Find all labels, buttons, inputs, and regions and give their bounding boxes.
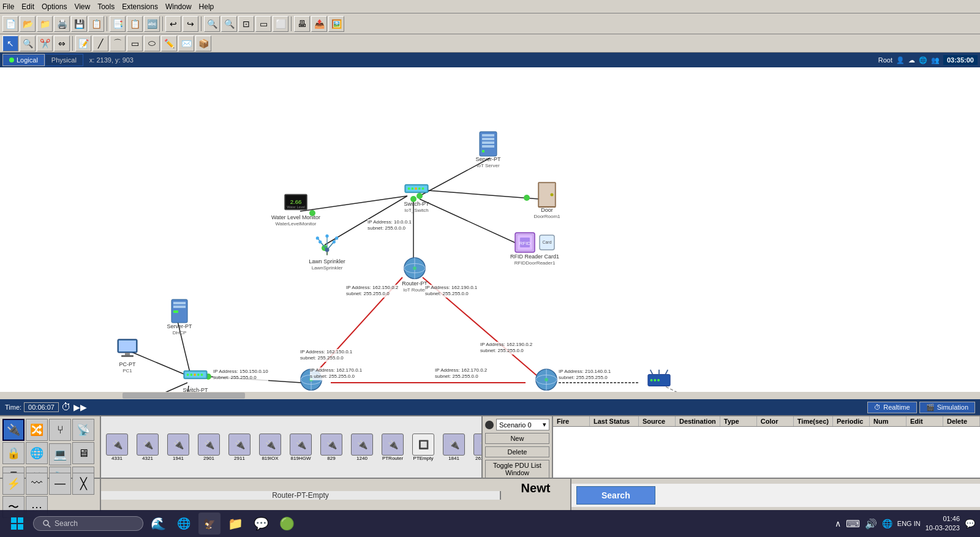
taskbar-app-file-explorer[interactable]: 🌊 xyxy=(147,513,169,535)
coords-display: x: 2139, y: 903 xyxy=(89,56,134,64)
node-switch-iot[interactable]: Switch-PT IoT_Switch xyxy=(395,176,438,213)
conn-console-btn[interactable]: 〰 xyxy=(26,473,48,495)
curve-btn[interactable]: ⌒ xyxy=(110,36,126,51)
simulation-btn[interactable]: 🎬 Simulation xyxy=(919,402,975,413)
print2-btn[interactable]: 🖶 xyxy=(294,16,310,32)
tab-physical[interactable]: Physical xyxy=(45,54,83,66)
move-btn[interactable]: ✂️ xyxy=(37,36,53,51)
image-btn[interactable]: 🖼️ xyxy=(328,16,344,32)
speaker-icon[interactable]: 🔊 xyxy=(865,518,877,530)
email-btn[interactable]: ✉️ xyxy=(178,36,194,51)
device-scroll[interactable]: 🔌 4331 🔌 4321 🔌 1941 🔌 2901 🔌 291 xyxy=(101,416,483,478)
fullscreen-btn[interactable]: ⬜ xyxy=(273,16,288,32)
resize-btn[interactable]: ⇔ xyxy=(54,36,70,51)
zoom-in-btn[interactable]: 🔍 xyxy=(204,16,220,32)
server-type-btn[interactable]: 🖥 xyxy=(72,442,94,464)
toggle-pdu-btn[interactable]: Toggle PDU List Window xyxy=(485,460,549,478)
device-1941[interactable]: 🔌 1941 xyxy=(165,434,192,461)
play-btn[interactable]: ▶▶ xyxy=(74,402,87,412)
taskbar-app-cisco[interactable]: 🦅 xyxy=(198,513,221,535)
search-bar[interactable]: Search xyxy=(33,516,143,531)
select-btn[interactable]: ↖ xyxy=(2,36,18,51)
device-829[interactable]: 🔌 829 xyxy=(318,434,345,461)
line-btn[interactable]: ╱ xyxy=(92,36,108,51)
conn-cross-btn[interactable]: ╳ xyxy=(72,473,94,495)
device-819hgw[interactable]: 🔌 819HGW xyxy=(287,434,314,461)
menu-window[interactable]: Window xyxy=(165,2,192,11)
menu-tools[interactable]: Tools xyxy=(97,2,115,11)
new-btn[interactable]: 📄 xyxy=(2,16,18,32)
device-1841[interactable]: 🔌 1841 xyxy=(440,434,467,461)
taskbar-app-folder[interactable]: 📁 xyxy=(224,513,246,535)
switch-type-btn[interactable]: 🔀 xyxy=(26,419,48,441)
notification-icon[interactable]: 💬 xyxy=(965,519,975,528)
rect-btn[interactable]: ▭ xyxy=(127,36,143,51)
device-2901[interactable]: 🔌 2901 xyxy=(195,434,222,461)
new-scenario-btn[interactable]: New xyxy=(485,433,549,444)
zoom-custom-btn[interactable]: ▭ xyxy=(255,16,271,32)
font-btn[interactable]: 🔤 xyxy=(144,16,160,32)
realtime-btn[interactable]: ⏱ Realtime xyxy=(867,402,916,413)
pdu-btn[interactable]: 📦 xyxy=(195,36,211,51)
network-canvas[interactable]: Server-PT IoT Server Switch-PT IoT_Switc… xyxy=(0,67,980,399)
zoom-out-btn[interactable]: 🔍 xyxy=(221,16,237,32)
node-server-iot[interactable]: Server-PT IoT Server xyxy=(467,132,510,168)
network-status-icon[interactable]: 🌐 xyxy=(882,519,892,528)
realtime-clock-btn[interactable]: ⏱ xyxy=(61,402,71,413)
print-btn[interactable]: 🖨️ xyxy=(54,16,70,32)
node-sprinkler[interactable]: Lawn Sprinkler LawnSprinkler xyxy=(303,234,352,271)
pc-type-btn[interactable]: 💻 xyxy=(49,443,71,465)
device-ptrouter[interactable]: 🔌 PTRouter xyxy=(379,434,406,461)
device-2620xm[interactable]: 🔌 2620XM xyxy=(471,434,483,461)
taskbar-app-browser[interactable]: 🌐 xyxy=(173,513,195,535)
export-btn[interactable]: 📤 xyxy=(311,16,327,32)
activity-btn[interactable]: 📋 xyxy=(88,16,104,32)
device-2911[interactable]: 🔌 2911 xyxy=(226,434,253,461)
hub-type-btn[interactable]: ⑂ xyxy=(49,419,71,441)
zoom-fit-btn[interactable]: ⊡ xyxy=(238,16,254,32)
wireless-type-btn[interactable]: 📡 xyxy=(72,419,94,441)
device-ptempty[interactable]: 🔲 PTEmpty xyxy=(410,434,437,461)
tab-logical[interactable]: Logical xyxy=(2,54,45,66)
open2-btn[interactable]: 📁 xyxy=(37,16,53,32)
open-btn[interactable]: 📂 xyxy=(20,16,36,32)
menu-extensions[interactable]: Extensions xyxy=(122,2,158,11)
node-rfid[interactable]: RFID Card RFID Reader Card1 RFIDDoorRead… xyxy=(507,231,562,266)
paste-btn[interactable]: 📋 xyxy=(127,16,143,32)
taskbar-app-whatsapp[interactable]: 💬 xyxy=(250,513,272,535)
scenario-select[interactable]: Scenario 0 ▾ xyxy=(496,419,549,430)
start-btn[interactable] xyxy=(5,511,29,536)
canvas-scrollbar-h[interactable] xyxy=(0,392,980,399)
node-door[interactable]: Door DoorRoom1 xyxy=(526,182,568,219)
device-1240[interactable]: 🔌 1240 xyxy=(349,434,375,461)
node-pc1[interactable]: PC-PT PC1 xyxy=(106,337,149,374)
ellipse-btn[interactable]: ⬭ xyxy=(144,36,160,51)
taskbar-app-misc[interactable]: 🟢 xyxy=(276,513,298,535)
security-type-btn[interactable]: 🔒 xyxy=(2,442,24,464)
wan-type-btn[interactable]: 🌐 xyxy=(26,442,48,464)
chevron-up-icon[interactable]: ∧ xyxy=(835,519,841,528)
ip-campus-campus: IP Address: 162.170.0.1s ubnet: 255.255.… xyxy=(310,367,362,380)
router-type-btn[interactable]: 🔌 xyxy=(2,419,24,441)
device-819iox[interactable]: 🔌 819IOX xyxy=(257,434,284,461)
device-4331[interactable]: 🔌 4331 xyxy=(104,434,130,461)
menu-help[interactable]: Help xyxy=(199,2,214,11)
undo-btn[interactable]: ↩ xyxy=(165,16,181,32)
delete-scenario-btn[interactable]: Delete xyxy=(485,446,549,457)
menu-options[interactable]: Options xyxy=(42,2,67,11)
save-btn[interactable]: 💾 xyxy=(71,16,87,32)
conn-auto-btn[interactable]: ⚡ xyxy=(2,473,24,495)
menu-view[interactable]: View xyxy=(74,2,90,11)
redo-btn[interactable]: ↪ xyxy=(183,16,198,32)
note-btn[interactable]: 📝 xyxy=(75,36,91,51)
search-event-btn[interactable]: Search xyxy=(576,486,655,505)
hand-btn[interactable]: 🔍 xyxy=(20,36,36,51)
node-water-monitor[interactable]: 2.66 Water Level Water Level Monitor Wat… xyxy=(268,190,323,227)
copy-btn[interactable]: 📑 xyxy=(110,16,126,32)
menu-edit[interactable]: Edit xyxy=(21,2,34,11)
conn-straight-btn[interactable]: — xyxy=(49,473,71,495)
pencil-btn[interactable]: ✏️ xyxy=(161,36,177,51)
node-server-dhcp[interactable]: Server-PT DHCP xyxy=(158,299,201,336)
device-4321[interactable]: 🔌 4321 xyxy=(134,434,161,461)
menu-file[interactable]: File xyxy=(2,2,14,11)
